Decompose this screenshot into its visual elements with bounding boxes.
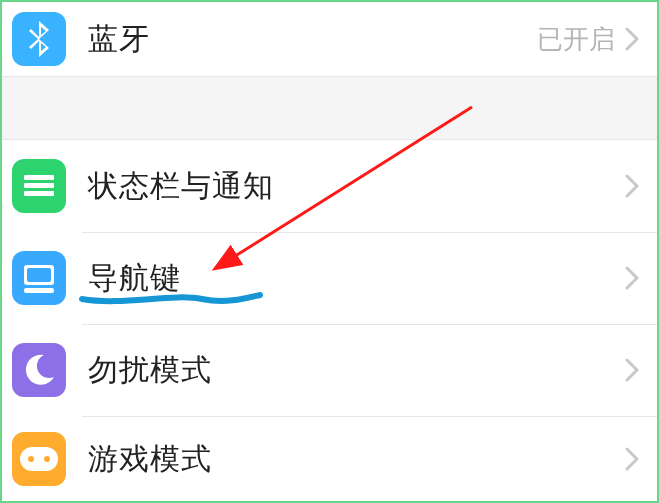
chevron-right-icon [625,27,639,51]
row-navigation-key[interactable]: 导航键 [2,232,657,324]
row-game-label: 游戏模式 [88,439,625,480]
svg-rect-4 [27,268,51,282]
row-dnd-label: 勿扰模式 [88,350,625,391]
svg-rect-0 [24,175,54,180]
chevron-right-icon [625,358,639,382]
bluetooth-icon [12,12,66,66]
row-bluetooth-value: 已开启 [537,22,615,57]
chevron-right-icon [625,266,639,290]
svg-rect-1 [24,183,54,188]
settings-screen: 蓝牙 已开启 状态栏与通知 导航键 [0,0,659,503]
moon-icon [12,343,66,397]
row-bluetooth-label: 蓝牙 [88,19,537,60]
chevron-right-icon [625,447,639,471]
chevron-right-icon [625,174,639,198]
svg-rect-6 [20,447,58,471]
gamepad-icon [12,432,66,486]
row-status-notifications[interactable]: 状态栏与通知 [2,140,657,232]
list-icon [12,159,66,213]
navigation-key-icon [12,251,66,305]
svg-point-8 [44,456,50,462]
row-status-label: 状态栏与通知 [88,166,625,207]
row-bluetooth[interactable]: 蓝牙 已开启 [2,2,657,76]
row-do-not-disturb[interactable]: 勿扰模式 [2,324,657,416]
section-divider [2,76,657,140]
row-navkey-label: 导航键 [88,258,625,299]
svg-point-7 [28,456,34,462]
svg-rect-2 [24,191,54,196]
svg-rect-5 [24,288,54,293]
row-game-mode[interactable]: 游戏模式 [2,416,657,502]
